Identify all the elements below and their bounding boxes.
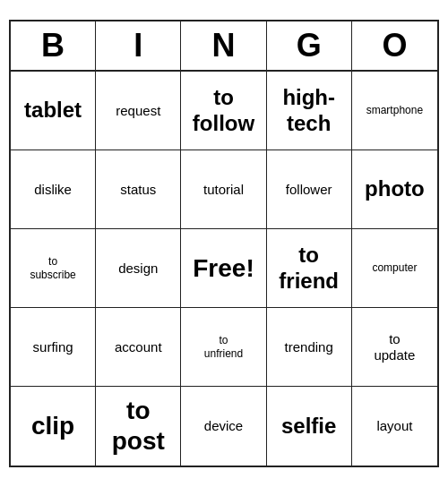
cell-10-text: tosubscribe: [30, 255, 75, 281]
cell-11-text: design: [118, 261, 158, 277]
cell-14-text: computer: [372, 261, 417, 274]
cell-9: photo: [352, 150, 437, 229]
cell-21-text: topost: [112, 396, 165, 456]
cell-6: status: [96, 150, 181, 229]
cell-4-text: smartphone: [366, 104, 423, 116]
cell-17: tounfriend: [181, 308, 266, 387]
header-n: N: [181, 21, 266, 70]
cell-13: tofriend: [267, 229, 352, 308]
cell-20: clip: [11, 387, 96, 466]
cell-17-text: tounfriend: [204, 334, 243, 360]
cell-23-text: selfie: [281, 414, 336, 440]
cell-20-text: clip: [31, 411, 74, 441]
cell-7-text: tutorial: [203, 182, 244, 198]
cell-3-text: high-tech: [282, 85, 335, 137]
cell-12: Free!: [181, 229, 266, 308]
bingo-card: B I N G O tablet request tofollow high-t…: [9, 20, 439, 467]
cell-1-text: request: [116, 103, 160, 119]
cell-9-text: photo: [365, 176, 425, 202]
header-b: B: [11, 21, 96, 70]
cell-3: high-tech: [267, 72, 352, 150]
cell-2-text: tofollow: [193, 85, 254, 137]
cell-5-text: dislike: [34, 182, 72, 198]
cell-16-text: account: [115, 339, 162, 355]
cell-15-text: surfing: [33, 339, 73, 355]
cell-22: device: [181, 387, 266, 466]
cell-12-text: Free!: [193, 253, 254, 284]
cell-19: toupdate: [352, 308, 437, 387]
cell-4: smartphone: [352, 72, 437, 150]
cell-15: surfing: [11, 308, 96, 387]
cell-10: tosubscribe: [11, 229, 96, 308]
cell-19-text: toupdate: [374, 331, 415, 363]
cell-21: topost: [96, 387, 181, 466]
cell-0-text: tablet: [24, 98, 82, 124]
header-o: O: [352, 21, 437, 70]
cell-24-text: layout: [376, 418, 412, 434]
bingo-grid: tablet request tofollow high-tech smartp…: [11, 72, 437, 466]
cell-18-text: trending: [285, 339, 333, 355]
cell-6-text: status: [120, 182, 156, 198]
cell-0: tablet: [11, 72, 96, 150]
cell-13-text: tofriend: [279, 243, 339, 295]
header-i: I: [96, 21, 181, 70]
cell-24: layout: [352, 387, 437, 466]
cell-14: computer: [352, 229, 437, 308]
cell-1: request: [96, 72, 181, 150]
header-g: G: [267, 21, 352, 70]
cell-5: dislike: [11, 150, 96, 229]
cell-2: tofollow: [181, 72, 266, 150]
cell-10-inner: tosubscribe: [30, 255, 75, 281]
cell-11: design: [96, 229, 181, 308]
cell-22-text: device: [204, 418, 243, 434]
cell-8-text: follower: [286, 182, 332, 198]
bingo-header: B I N G O: [11, 21, 437, 72]
cell-18: trending: [267, 308, 352, 387]
cell-8: follower: [267, 150, 352, 229]
cell-16: account: [96, 308, 181, 387]
cell-7: tutorial: [181, 150, 266, 229]
cell-23: selfie: [267, 387, 352, 466]
